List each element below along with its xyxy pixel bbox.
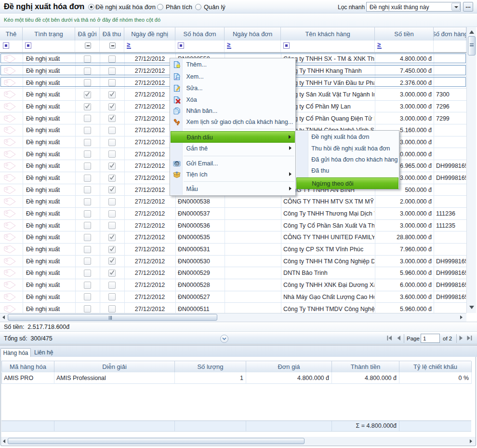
svg-text:@: @ — [174, 162, 178, 166]
